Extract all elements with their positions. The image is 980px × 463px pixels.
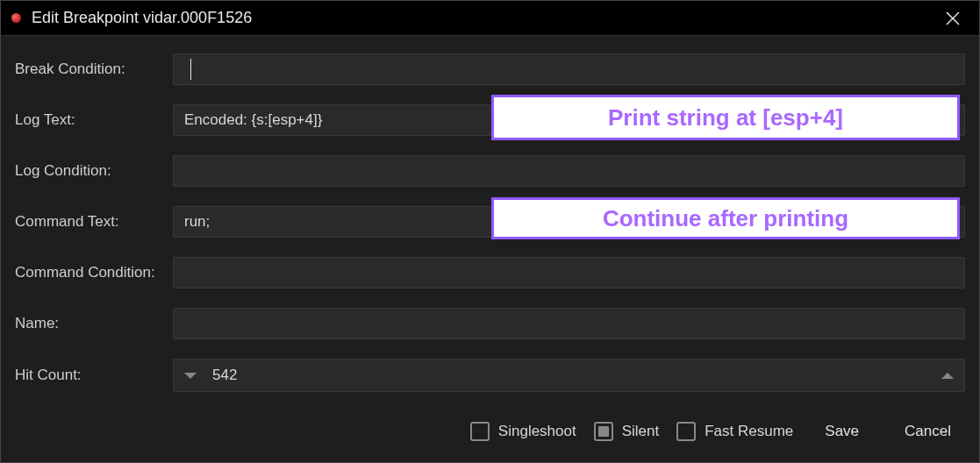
label-command-condition: Command Condition: <box>15 264 173 281</box>
window-title: Edit Breakpoint vidar.000F1526 <box>32 9 935 27</box>
annotation-continue-after: Continue after printing <box>491 197 960 239</box>
hit-count-stepper[interactable]: 542 <box>173 359 965 392</box>
silent-label: Silent <box>622 423 660 440</box>
name-input[interactable] <box>173 308 965 339</box>
break-condition-input[interactable] <box>173 53 965 85</box>
singleshoot-checkbox[interactable] <box>470 422 490 441</box>
dialog-footer: Singleshoot Silent Fast Resume Save Canc… <box>1 413 979 462</box>
breakpoint-icon <box>11 13 21 23</box>
cancel-button[interactable]: Cancel <box>891 416 965 447</box>
titlebar: Edit Breakpoint vidar.000F1526 <box>1 1 979 36</box>
label-log-text: Log Text: <box>15 111 173 129</box>
hit-count-value: 542 <box>212 367 237 384</box>
text-caret <box>190 59 191 80</box>
row-name: Name: <box>15 308 965 339</box>
close-icon <box>945 11 961 26</box>
fast-resume-checkbox[interactable] <box>676 422 696 441</box>
silent-checkbox-wrap[interactable]: Silent <box>594 422 660 441</box>
command-condition-input[interactable] <box>173 257 965 288</box>
annotation-print-string: Print string at [esp+4] <box>491 95 960 140</box>
fast-resume-checkbox-wrap[interactable]: Fast Resume <box>676 422 793 441</box>
row-break-condition: Break Condition: <box>15 53 965 85</box>
label-name: Name: <box>15 315 173 332</box>
close-button[interactable] <box>935 1 970 36</box>
log-condition-input[interactable] <box>173 155 965 187</box>
row-hit-count: Hit Count: 542 <box>15 359 965 392</box>
singleshoot-label: Singleshoot <box>498 423 576 440</box>
row-log-condition: Log Condition: <box>15 155 965 187</box>
label-log-condition: Log Condition: <box>15 162 173 180</box>
singleshoot-checkbox-wrap[interactable]: Singleshoot <box>470 422 576 441</box>
chevron-down-icon[interactable] <box>184 373 197 379</box>
chevron-up-icon[interactable] <box>941 373 954 379</box>
silent-checkbox[interactable] <box>594 422 613 441</box>
label-break-condition: Break Condition: <box>15 61 173 78</box>
label-hit-count: Hit Count: <box>15 367 173 384</box>
save-button[interactable]: Save <box>811 416 873 447</box>
label-command-text: Command Text: <box>15 213 173 231</box>
fast-resume-label: Fast Resume <box>705 423 793 440</box>
row-command-condition: Command Condition: <box>15 257 965 288</box>
